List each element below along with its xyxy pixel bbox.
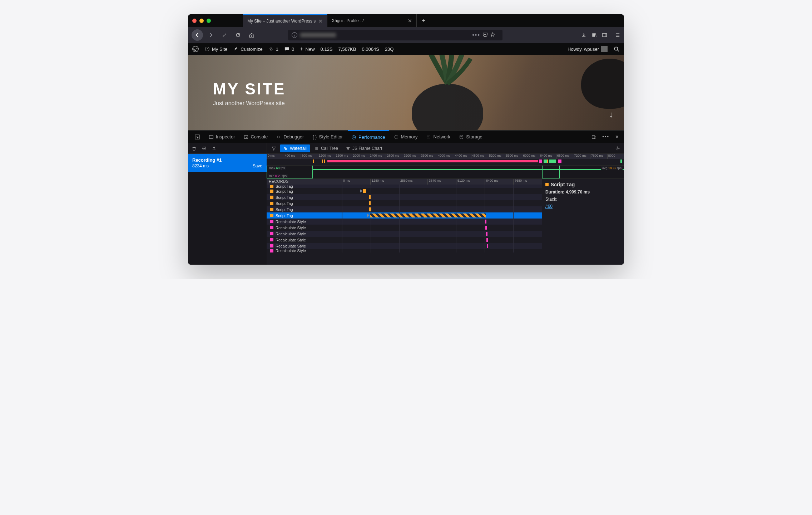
wp-site-link[interactable]: My Site [204,46,227,52]
overview-ruler[interactable]: 0 ms400 ms800 ms1200 ms1600 ms2000 ms240… [267,154,624,159]
ruler-tick: 400 ms [284,154,301,159]
wp-customize[interactable]: Customize [233,46,262,52]
star-icon[interactable] [490,32,495,37]
record-icon[interactable] [202,146,207,151]
timeline-bar[interactable] [486,238,488,242]
record-row[interactable]: Script Tag [267,212,542,219]
record-track[interactable] [342,200,542,206]
address-bar[interactable]: i ••• [288,30,502,40]
more-icon[interactable]: ••• [472,32,480,38]
tab-storage[interactable]: Storage [455,131,486,143]
record-row[interactable]: Recalculate Style [267,219,542,225]
record-track[interactable] [342,237,542,243]
tab-debugger[interactable]: Debugger [273,131,307,143]
record-track[interactable] [342,225,542,231]
expand-triangle-icon[interactable] [360,189,362,193]
record-row[interactable]: Script Tag [267,194,542,200]
wp-new[interactable]: + New [300,46,315,52]
timeline-bar[interactable] [370,214,486,217]
view-call-tree[interactable]: Call Tree [311,144,342,152]
wrench-icon[interactable] [219,29,230,41]
tab-style-editor[interactable]: { }Style Editor [309,131,346,143]
record-row[interactable]: Script Tag [267,200,542,206]
tab-console[interactable]: Console [240,131,271,143]
close-tab-icon[interactable]: ✕ [318,18,323,24]
record-track[interactable] [342,188,542,194]
record-row[interactable]: Recalculate Style [267,225,542,231]
wp-user-greeting[interactable]: Howdy, wpuser [568,46,608,52]
tab-memory[interactable]: Memory [390,131,421,143]
timeline-bar[interactable] [363,189,366,193]
trash-icon[interactable] [192,146,197,151]
pocket-icon[interactable] [482,32,488,37]
reload-button[interactable] [232,29,244,41]
timeline-bar[interactable] [485,226,487,230]
wp-logo[interactable] [192,46,199,52]
download-icon[interactable] [581,33,586,38]
detail-stack-link[interactable]: /:60 [545,204,553,209]
record-row[interactable]: Script Tag [267,185,542,188]
record-row[interactable]: Script Tag [267,206,542,212]
menu-icon[interactable] [615,33,620,38]
import-icon[interactable] [212,146,217,151]
wp-metric-time1[interactable]: 0.12S [321,46,333,52]
record-track[interactable] [342,249,542,252]
recording-save-link[interactable]: Save [253,163,262,168]
close-window-button[interactable] [192,19,197,23]
record-track[interactable] [342,219,542,225]
new-tab-button[interactable]: + [417,17,431,25]
home-button[interactable] [246,29,257,41]
record-row[interactable]: Recalculate Style [267,231,542,237]
back-button[interactable] [192,29,203,41]
waterfall-ruler[interactable]: 0 ms1280 ms2560 ms3840 ms5120 ms6400 ms7… [342,179,542,185]
devtools-more-icon[interactable]: ••• [600,131,612,143]
timeline-bar[interactable] [369,207,371,211]
maximize-window-button[interactable] [207,19,211,23]
expand-triangle-icon[interactable] [367,214,370,217]
record-track[interactable] [342,231,542,237]
timeline-bar[interactable] [369,201,370,205]
devtools-iframe-picker[interactable] [191,131,204,143]
record-track[interactable] [342,194,542,200]
ruler-tick: 7200 ms [573,154,590,159]
wp-search[interactable] [613,46,620,52]
timeline-bar[interactable] [369,195,370,199]
recording-item[interactable]: Recording #1 8234 ms Save [188,154,267,172]
filter-icon[interactable] [268,146,279,151]
overview-track[interactable] [267,159,624,165]
record-track[interactable] [342,212,542,219]
record-row[interactable]: Recalculate Style [267,249,542,252]
record-row[interactable]: Script Tag [267,188,542,194]
library-icon[interactable] [591,33,597,38]
wp-metric-time2[interactable]: 0.0064S [362,46,379,52]
scroll-down-icon[interactable]: ↓ [609,109,613,119]
wp-metric-size[interactable]: 7,567KB [338,46,356,52]
timeline-bar[interactable] [486,232,487,236]
wp-metric-queries[interactable]: 23Q [385,46,394,52]
record-row[interactable]: Recalculate Style [267,237,542,243]
record-track[interactable] [342,243,542,249]
info-icon[interactable]: i [292,32,297,38]
forward-button[interactable] [205,29,217,41]
record-row[interactable]: Recalculate Style [267,243,542,249]
browser-tab-active[interactable]: My Site – Just another WordPress s ✕ [243,14,327,27]
record-track[interactable] [342,206,542,212]
tab-network[interactable]: Network [422,131,454,143]
wp-updates[interactable]: 1 [268,46,278,52]
timeline-bar[interactable] [485,220,486,224]
close-tab-icon[interactable]: ✕ [408,18,412,24]
tab-inspector[interactable]: Inspector [205,131,238,143]
responsive-mode-icon[interactable] [589,131,599,143]
devtools-close-icon[interactable]: ✕ [613,131,621,143]
wp-comments[interactable]: 0 [284,46,294,52]
browser-tab[interactable]: Xhgui - Profile - / ✕ [327,14,417,27]
view-waterfall[interactable]: Waterfall [280,144,310,152]
view-flame-chart[interactable]: JS Flame Chart [342,144,386,152]
gear-icon[interactable] [612,146,624,151]
timeline-bar[interactable] [487,244,488,248]
minimize-window-button[interactable] [199,19,204,23]
fps-track[interactable]: max 60 fps min 0.20 fps avg 19.92 fps [267,165,624,179]
record-track[interactable] [342,185,542,188]
sidebar-icon[interactable] [602,33,607,38]
tab-performance[interactable]: Performance [348,130,388,143]
